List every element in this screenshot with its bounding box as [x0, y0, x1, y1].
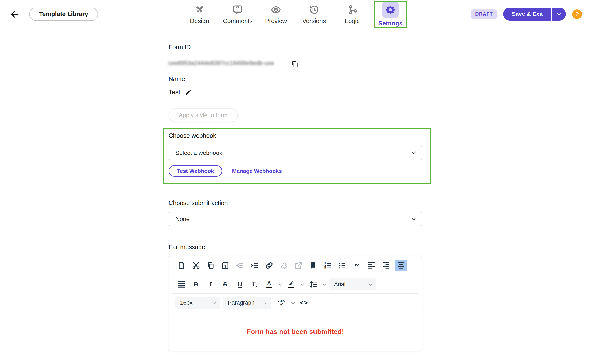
tab-versions-label: Versions	[302, 18, 326, 25]
form-id-label: Form ID	[169, 44, 191, 51]
blockquote-icon[interactable]: ”	[351, 260, 363, 271]
tab-settings[interactable]: Settings	[371, 0, 410, 28]
form-id-value-blurred: cee8953a2444e8397cc19499e9edb-use	[168, 60, 274, 66]
webhook-select[interactable]: Select a webhook	[169, 146, 422, 160]
copy-form-id-button[interactable]	[290, 59, 299, 69]
edit-pencil-button[interactable]	[185, 89, 192, 96]
svg-text:“: “	[236, 4, 240, 13]
history-clock-icon	[308, 4, 320, 16]
back-button[interactable]	[9, 8, 21, 20]
source-code-icon[interactable]: <>	[298, 297, 310, 309]
submit-action-select-value: None	[175, 216, 190, 222]
align-center-icon[interactable]	[395, 260, 407, 271]
chevron-down-icon	[323, 282, 326, 286]
editor-toolbar-row-1: 123 ”	[169, 256, 422, 275]
fail-message-editor: 123 ” B	[169, 255, 422, 351]
status-badge: DRAFT	[471, 9, 497, 19]
chevron-down-icon	[213, 300, 216, 304]
test-webhook-button[interactable]: Test Webhook	[169, 165, 222, 177]
align-right-icon[interactable]	[380, 260, 392, 271]
tab-design[interactable]: Design	[180, 0, 219, 28]
clear-formatting-icon[interactable]: Tx	[249, 278, 260, 290]
block-format-select[interactable]: Paragraph	[223, 297, 272, 309]
name-label: Name	[169, 75, 185, 82]
tab-logic[interactable]: Logic	[333, 0, 371, 28]
help-button[interactable]: ?	[572, 9, 582, 19]
font-family-value: Arial	[334, 281, 345, 288]
underline-icon[interactable]: U	[234, 278, 246, 290]
paste-as-text-icon[interactable]	[219, 260, 231, 271]
form-name-row: Test	[169, 89, 192, 96]
tab-settings-label: Settings	[378, 20, 403, 27]
highlighter-icon	[288, 280, 294, 288]
tab-preview-label: Preview	[265, 18, 287, 25]
submit-action-select[interactable]: None	[169, 212, 422, 226]
align-left-icon[interactable]	[366, 260, 378, 271]
chevron-down-icon	[264, 300, 267, 304]
text-color-icon: A	[266, 281, 272, 288]
font-size-value: 16px	[180, 299, 192, 306]
copy-icon	[291, 60, 299, 68]
align-justify-icon[interactable]	[175, 278, 187, 290]
webhook-actions-row: Test Webhook Manage Webhooks	[169, 165, 282, 177]
cut-icon[interactable]	[190, 260, 202, 271]
font-family-select[interactable]: Arial	[329, 278, 377, 291]
highlight-color-button[interactable]	[285, 278, 297, 290]
chevron-down-icon	[411, 216, 416, 220]
editor-toolbar-row-3: 16px Paragraph ABC ✓ <>	[169, 294, 422, 312]
text-color-menu-button[interactable]	[278, 278, 283, 290]
spellcheck-menu-button[interactable]	[291, 297, 295, 309]
font-size-select[interactable]: 16px	[175, 297, 220, 309]
template-library-button[interactable]: Template Library	[29, 8, 98, 21]
line-height-icon[interactable]	[307, 278, 319, 290]
copy-icon[interactable]	[205, 260, 217, 271]
italic-icon[interactable]: I	[205, 278, 217, 290]
ordered-list-icon[interactable]: 123	[322, 260, 334, 271]
tab-preview[interactable]: Preview	[257, 0, 295, 28]
chevron-down-icon	[291, 301, 295, 304]
tab-logic-label: Logic	[345, 18, 359, 25]
chevron-down-icon	[411, 150, 416, 154]
gear-icon	[385, 4, 396, 15]
gear-icon-chip	[382, 1, 399, 18]
choose-webhook-label: Choose webhook	[169, 132, 216, 139]
editor-toolbar-row-2: B I S U Tx A	[169, 275, 422, 293]
design-tools-icon	[193, 4, 206, 16]
bold-icon[interactable]: B	[190, 278, 202, 290]
spellcheck-icon[interactable]: ABC ✓	[276, 297, 288, 309]
back-arrow-icon	[10, 9, 20, 19]
insert-link-icon[interactable]	[263, 260, 275, 271]
manage-webhooks-link[interactable]: Manage Webhooks	[232, 168, 282, 174]
text-color-button[interactable]: A	[263, 278, 275, 290]
tab-versions[interactable]: Versions	[295, 0, 333, 28]
top-bar: Template Library Design “	[0, 0, 590, 28]
chevron-down-icon	[300, 282, 304, 286]
new-document-icon[interactable]	[175, 260, 187, 271]
bullet-list-icon[interactable]	[336, 260, 348, 271]
chevron-down-icon	[557, 11, 561, 16]
comment-quote-icon: “	[232, 4, 244, 16]
editor-content-area[interactable]: Form has not been submitted!	[169, 312, 422, 351]
block-format-value: Paragraph	[228, 299, 254, 306]
form-name-value: Test	[169, 89, 180, 96]
outdent-icon[interactable]	[234, 260, 246, 271]
save-exit-button[interactable]: Save & Exit	[503, 8, 551, 20]
eye-icon	[270, 4, 282, 16]
question-mark-icon: ?	[575, 11, 579, 18]
highlight-color-menu-button[interactable]	[300, 278, 305, 290]
open-link-icon[interactable]	[292, 260, 304, 271]
anchor-bookmark-icon[interactable]	[307, 260, 319, 271]
tab-bar: Design “ Comments	[180, 0, 410, 28]
save-options-button[interactable]	[552, 8, 566, 20]
tab-comments[interactable]: “ Comments	[219, 0, 257, 28]
tab-design-label: Design	[190, 18, 209, 25]
indent-icon[interactable]	[249, 260, 260, 271]
remove-link-icon[interactable]	[278, 260, 290, 271]
top-bar-right: DRAFT Save & Exit ?	[471, 0, 582, 28]
strikethrough-icon[interactable]: S	[219, 278, 231, 290]
webhook-section-annotation-box: Choose webhook Select a webhook Test Web…	[163, 128, 431, 184]
tab-comments-label: Comments	[223, 18, 252, 25]
apply-style-button[interactable]: Apply style to form	[169, 109, 238, 122]
logic-branch-icon	[346, 4, 358, 16]
line-height-menu-button[interactable]	[322, 278, 327, 290]
